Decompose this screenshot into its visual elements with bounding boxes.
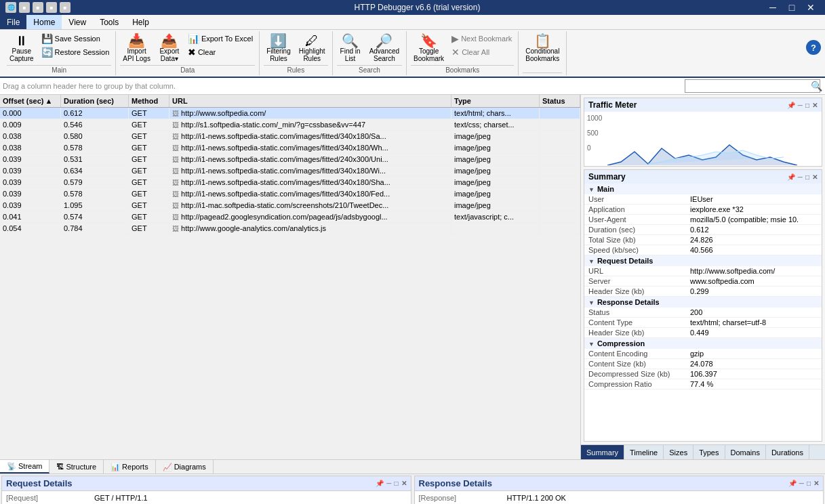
restore-session-button[interactable]: 🔄 Restore Session: [39, 46, 112, 58]
cell-offset: 0.000: [0, 108, 61, 119]
traffic-close-icon[interactable]: ✕: [812, 102, 818, 109]
summary-row: UserIEUser: [584, 194, 822, 205]
table-row[interactable]: 0.038 0.578 GET 🖼 http://i1-news.softped…: [0, 142, 580, 154]
summary-key: Application: [588, 205, 690, 213]
summary-key: Header Size (kb): [588, 287, 690, 295]
find-in-list-button[interactable]: 🔍 Find in List: [337, 33, 364, 64]
summary-key: Content Size (kb): [588, 360, 690, 368]
resp-maximize-icon[interactable]: □: [807, 480, 811, 487]
table-row[interactable]: 0.039 0.634 GET 🖼 http://i1-news.softped…: [0, 165, 580, 177]
col-header-method[interactable]: Method: [129, 95, 169, 107]
table-row[interactable]: 0.054 0.784 GET 🖼 http://www.google-anal…: [0, 223, 580, 234]
traffic-pin-icon[interactable]: 📌: [787, 102, 795, 109]
traffic-minimize-icon[interactable]: ─: [798, 102, 803, 109]
col-header-offset[interactable]: Offset (sec) ▲: [0, 95, 61, 107]
menu-home[interactable]: Home: [26, 15, 62, 29]
cell-offset: 0.039: [0, 188, 61, 199]
cell-status: [540, 188, 580, 199]
table-row[interactable]: 0.039 0.578 GET 🖼 http://i1-news.softped…: [0, 188, 580, 200]
menu-file[interactable]: File: [0, 15, 26, 29]
tab-stream[interactable]: 📡 Stream: [0, 460, 49, 474]
clear-all-bookmarks-button[interactable]: ✕ Clear All: [449, 46, 514, 58]
next-bookmark-button[interactable]: ▶ Next Bookmark: [449, 33, 514, 45]
grid-search-input[interactable]: [685, 79, 820, 93]
close-button[interactable]: ✕: [802, 0, 820, 15]
import-button[interactable]: 📥 Import API Logs: [120, 33, 153, 64]
resp-minimize-icon[interactable]: ─: [799, 480, 804, 487]
search-icon-inline: 🔍: [811, 81, 822, 91]
resp-pin-icon[interactable]: 📌: [788, 480, 797, 487]
summary-group-header[interactable]: Compression: [584, 338, 822, 349]
export-button[interactable]: 📤 Export Data▾: [156, 33, 183, 64]
summary-row: Decompressed Size (kb)106.397: [584, 369, 822, 379]
col-header-duration[interactable]: Duration (sec): [61, 95, 129, 107]
table-row[interactable]: 0.041 0.574 GET 🖼 http://pagead2.googles…: [0, 211, 580, 223]
table-row[interactable]: 0.038 0.580 GET 🖼 http://i1-news.softped…: [0, 131, 580, 142]
summary-group-header[interactable]: Main: [584, 184, 822, 194]
collapse-icon: [588, 257, 595, 265]
cell-type: text/css; charset...: [451, 119, 540, 130]
summary-val: 40.566: [690, 246, 818, 254]
table-row[interactable]: 0.039 0.531 GET 🖼 http://i1-news.softped…: [0, 154, 580, 165]
summary-key: URL: [588, 267, 690, 275]
req-minimize-icon[interactable]: ─: [386, 480, 391, 487]
table-row[interactable]: 0.009 0.546 GET 🖼 http://s1.softpedia-st…: [0, 119, 580, 131]
summary-group-header[interactable]: Response Details: [584, 297, 822, 308]
summary-key: Duration (sec): [588, 226, 690, 234]
summary-pin-icon[interactable]: 📌: [787, 173, 795, 181]
menu-view[interactable]: View: [62, 15, 93, 29]
ribbon-data-label: Data: [120, 65, 255, 74]
table-row[interactable]: 0.039 1.095 GET 🖼 http://i1-mac.softpedi…: [0, 200, 580, 211]
right-tab-durations[interactable]: Durations: [766, 445, 809, 459]
resp-close-icon[interactable]: ✕: [813, 480, 819, 487]
right-tab-timeline[interactable]: Timeline: [624, 445, 664, 459]
clear-button[interactable]: ✖ Clear: [186, 46, 255, 58]
col-header-url[interactable]: URL: [169, 95, 451, 107]
summary-body: MainUserIEUserApplicationiexplore.exe *3…: [584, 184, 822, 390]
col-header-status[interactable]: Status: [540, 95, 580, 107]
cell-method: GET: [129, 177, 169, 188]
save-session-button[interactable]: 💾 Save Session: [39, 33, 112, 45]
structure-tab-icon: 🏗: [56, 463, 64, 471]
title-bar: 🌐 ■ ■ ■ ■ HTTP Debugger v6.6 (trial vers…: [0, 0, 825, 15]
menu-help[interactable]: Help: [125, 15, 156, 29]
tab-reports[interactable]: 📊 Reports: [104, 460, 156, 474]
summary-minimize-icon[interactable]: ─: [798, 173, 803, 181]
traffic-maximize-icon[interactable]: □: [805, 102, 809, 109]
col-header-type[interactable]: Type: [451, 95, 540, 107]
conditional-bookmarks-button[interactable]: 📋 Conditional Bookmarks: [523, 33, 562, 64]
table-row[interactable]: 0.039 0.579 GET 🖼 http://i1-news.softped…: [0, 177, 580, 188]
highlight-rules-button[interactable]: 🖊 Highlight Rules: [296, 33, 328, 64]
summary-close-icon[interactable]: ✕: [812, 173, 818, 181]
request-details-content: [Request]GET / HTTP/1.1Accepttext/html, …: [2, 491, 411, 504]
taskbar-icon-3: ■: [46, 2, 57, 13]
filtering-rules-button[interactable]: ⬇️ Filtering Rules: [264, 33, 294, 64]
grid-body[interactable]: 0.000 0.612 GET 🖼 http://www.softpedia.c…: [0, 108, 580, 459]
summary-maximize-icon[interactable]: □: [805, 173, 809, 181]
table-row[interactable]: 0.000 0.612 GET 🖼 http://www.softpedia.c…: [0, 108, 580, 119]
pause-capture-button[interactable]: ⏸ Pause Capture: [7, 33, 37, 64]
response-details-header: Response Details 📌 ─ □ ✕: [415, 476, 824, 491]
cell-status: [540, 200, 580, 211]
menu-tools[interactable]: Tools: [93, 15, 125, 29]
minimize-button[interactable]: ─: [764, 0, 782, 15]
cell-method: GET: [129, 154, 169, 165]
tab-structure[interactable]: 🏗 Structure: [49, 460, 104, 474]
export-excel-button[interactable]: 📊 Export To Excel: [186, 33, 255, 45]
right-tab-domains[interactable]: Domains: [725, 445, 766, 459]
tab-diagrams[interactable]: 📈 Diagrams: [156, 460, 214, 474]
cell-type: image/jpeg: [451, 142, 540, 153]
right-tab-types[interactable]: Types: [693, 445, 725, 459]
cell-offset: 0.009: [0, 119, 61, 130]
summary-group-header[interactable]: Request Details: [584, 255, 822, 266]
right-tab-sizes[interactable]: Sizes: [664, 445, 693, 459]
req-close-icon[interactable]: ✕: [401, 480, 407, 487]
toggle-bookmark-button[interactable]: 🔖 Toggle Bookmark: [411, 33, 447, 64]
cell-method: GET: [129, 223, 169, 234]
right-tab-summary[interactable]: Summary: [581, 445, 624, 459]
maximize-button[interactable]: □: [783, 0, 801, 15]
help-button[interactable]: ?: [806, 40, 821, 55]
req-pin-icon[interactable]: 📌: [376, 480, 384, 487]
req-maximize-icon[interactable]: □: [394, 480, 398, 487]
advanced-search-button[interactable]: 🔎 Advanced Search: [367, 33, 402, 64]
